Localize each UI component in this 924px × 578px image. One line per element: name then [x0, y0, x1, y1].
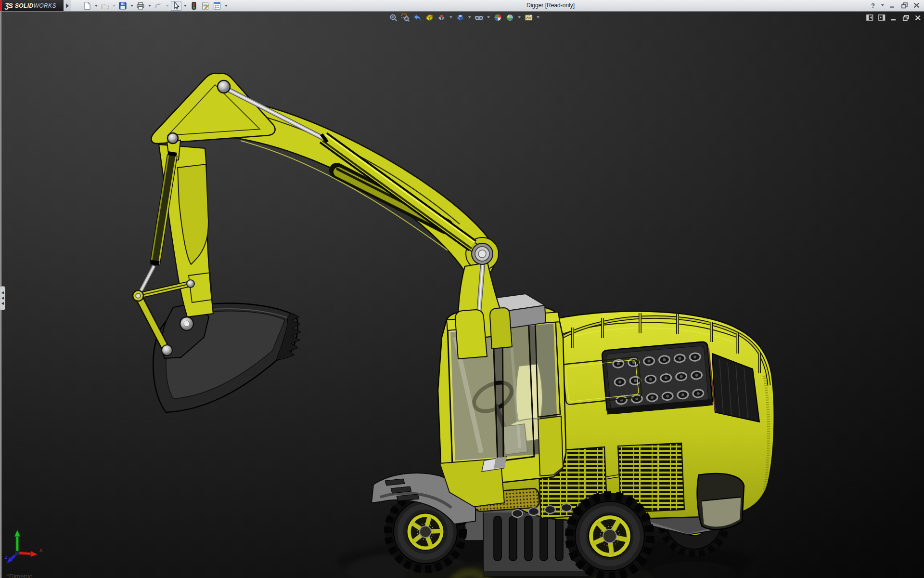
left-arrow-icon — [1, 297, 4, 300]
close-button[interactable] — [911, 1, 921, 10]
cursor-arrow-icon — [172, 1, 180, 10]
orientation-cube-icon — [437, 13, 446, 22]
mount-plate-front — [455, 310, 487, 359]
wheel-front-right[interactable] — [566, 493, 653, 578]
new-dropdown[interactable] — [93, 1, 99, 11]
magnifier-area-icon — [401, 13, 410, 22]
section-cube-icon — [425, 13, 434, 22]
undo-arrow-icon — [154, 1, 163, 10]
minimize-icon — [890, 14, 897, 21]
brand-red-stripe — [0, 0, 2, 11]
main-toolbar — [82, 0, 229, 11]
feature-manager-expand-handle[interactable] — [0, 286, 5, 310]
print-dropdown[interactable] — [147, 1, 152, 11]
restore-button[interactable] — [899, 1, 909, 10]
display-style-dropdown[interactable] — [467, 13, 472, 22]
display-style-button[interactable] — [455, 13, 465, 22]
back-arrow-icon — [413, 13, 422, 22]
rebuild-button[interactable] — [189, 1, 199, 11]
left-arrow-icon — [1, 302, 4, 305]
chevron-down-icon — [166, 5, 169, 7]
section-view-button[interactable] — [424, 13, 435, 22]
note-pencil-icon — [201, 1, 210, 10]
chevron-down-icon — [95, 5, 98, 7]
pane-expand-left-button[interactable] — [866, 14, 873, 21]
doc-minimize-button[interactable] — [890, 14, 898, 21]
doc-close-button[interactable] — [914, 14, 922, 21]
hide-show-items-dropdown[interactable] — [486, 13, 491, 22]
view-orientation-button[interactable] — [436, 13, 447, 22]
glasses-icon — [475, 13, 484, 22]
printer-icon — [136, 1, 145, 10]
solidworks-swoosh-icon: ƷS — [5, 2, 13, 10]
help-button[interactable]: ? — [868, 1, 878, 10]
options-checklist-icon — [213, 1, 221, 10]
save-button[interactable] — [117, 1, 128, 11]
heads-up-view-toolbar — [388, 13, 540, 22]
orientation-triad: x z — [4, 530, 42, 564]
undo-dropdown[interactable] — [165, 1, 170, 11]
solidworks-window: ƷS SOLIDWORKS — [0, 0, 924, 578]
undo-button[interactable] — [153, 1, 164, 11]
mount-plate-rear — [490, 308, 512, 349]
floppy-disk-icon — [118, 1, 127, 10]
view-settings-dropdown[interactable] — [535, 13, 540, 22]
graphics-viewport[interactable]: x z — [0, 11, 924, 578]
close-x-icon — [913, 2, 920, 9]
help-dropdown[interactable] — [880, 1, 885, 10]
scene-picture-icon — [524, 13, 533, 22]
chevron-down-icon — [113, 5, 116, 7]
document-window-controls — [866, 14, 922, 21]
color-sphere-icon — [493, 13, 502, 22]
view-orientation-dropdown[interactable] — [448, 13, 453, 22]
open-dropdown[interactable] — [111, 1, 116, 11]
chevron-down-icon — [537, 16, 539, 18]
doc-restore-button[interactable] — [902, 14, 910, 21]
brand-bold: SOLID — [15, 2, 34, 9]
right-arrow-icon — [66, 3, 69, 8]
chevron-down-icon — [881, 4, 884, 6]
new-button[interactable] — [82, 1, 92, 11]
chevron-down-icon — [468, 16, 471, 18]
menu-flyout-button[interactable] — [64, 0, 71, 11]
chevron-down-icon — [487, 16, 490, 18]
hide-show-items-button[interactable] — [474, 13, 484, 22]
previous-view-button[interactable] — [412, 13, 423, 22]
engine-block — [602, 342, 713, 415]
select-button[interactable] — [171, 1, 181, 11]
apply-scene-dropdown[interactable] — [516, 13, 522, 22]
window-controls: ? — [868, 1, 921, 10]
open-button[interactable] — [100, 1, 110, 11]
chevron-down-icon — [449, 16, 452, 18]
pane-expand-right-button[interactable] — [878, 14, 886, 21]
box-right-arrow-icon — [878, 14, 886, 21]
file-properties-button[interactable] — [200, 1, 211, 11]
chevron-down-icon — [518, 16, 521, 18]
rear-window — [697, 473, 744, 529]
window-title: Digger [Read-only] — [526, 2, 575, 9]
scene-sphere-icon — [505, 13, 514, 22]
traffic-light-icon — [190, 1, 198, 10]
restore-icon — [901, 2, 908, 9]
zoom-to-area-button[interactable] — [400, 13, 411, 22]
box-left-arrow-icon — [866, 14, 873, 21]
view-settings-button[interactable] — [523, 13, 534, 22]
triad-z-label: z — [4, 554, 8, 560]
options-dropdown[interactable] — [223, 1, 229, 11]
edit-appearance-button[interactable] — [492, 13, 503, 22]
zoom-to-fit-button[interactable] — [388, 13, 398, 22]
left-arrow-icon — [1, 291, 4, 294]
options-button[interactable] — [212, 1, 222, 11]
shaded-cube-icon — [456, 13, 465, 22]
apply-scene-button[interactable] — [504, 13, 515, 22]
boom-apex-plate[interactable] — [151, 73, 275, 144]
minimize-button[interactable] — [887, 1, 897, 10]
excavator-model[interactable] — [133, 73, 774, 578]
save-dropdown[interactable] — [129, 1, 134, 11]
select-dropdown[interactable] — [182, 1, 188, 11]
close-x-icon — [914, 14, 922, 21]
brand-logo: ƷS SOLIDWORKS — [0, 0, 64, 11]
brand-text: SOLIDWORKS — [15, 2, 56, 9]
open-folder-icon — [101, 1, 109, 10]
print-button[interactable] — [135, 1, 146, 11]
